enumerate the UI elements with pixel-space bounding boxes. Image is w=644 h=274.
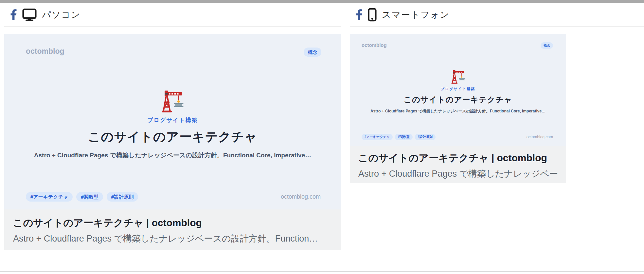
share-card-pc[interactable]: octomblog 概念 (4, 34, 341, 250)
panel-smartphone: スマートフォン octomblog 概念 (350, 3, 644, 183)
link-description: Astro + Cloudflare Pages で構築したナレッジベースの… (358, 168, 558, 180)
og-site-name: octomblog (362, 42, 387, 48)
og-tag: #関数型 (76, 192, 103, 202)
bottom-divider (0, 271, 644, 272)
link-preview-pc: このサイトのアーキテクチャ | octomblog Astro + Cloudf… (4, 209, 341, 250)
og-tag: #アーキテクチャ (26, 192, 73, 202)
og-category-label: ブログサイト構築 (147, 116, 198, 124)
desktop-monitor-icon (22, 8, 37, 21)
og-category-badge: 概念 (304, 48, 321, 57)
og-image-pc: octomblog 概念 (4, 34, 341, 209)
og-footer: #アーキテクチャ #関数型 #設計原則 octomblog.com (26, 192, 321, 202)
construction-crane-icon (161, 88, 185, 113)
panel-smartphone-title: スマートフォン (382, 9, 450, 21)
mobile-phone-icon (368, 8, 377, 22)
og-title: このサイトのアーキテクチャ (404, 94, 512, 105)
og-footer: #アーキテクチャ #関数型 #設計原則 octomblog.com (362, 134, 553, 140)
og-title: このサイトのアーキテクチャ (88, 128, 258, 145)
og-tag: #アーキテクチャ (362, 134, 393, 140)
og-category-label: ブログサイト構築 (441, 87, 475, 91)
facebook-icon (10, 9, 17, 20)
panel-smartphone-header: スマートフォン (350, 3, 644, 27)
link-title: このサイトのアーキテクチャ | octomblog (358, 151, 558, 165)
og-tag: #設計原則 (107, 192, 138, 202)
og-site-name: octomblog (26, 47, 64, 56)
og-domain: octomblog.com (281, 193, 321, 200)
og-tag: #設計原則 (415, 134, 436, 140)
og-image-smartphone: octomblog 概念 (350, 34, 566, 146)
facebook-icon (356, 9, 363, 20)
top-bar (0, 0, 644, 3)
og-tag-list: #アーキテクチャ #関数型 #設計原則 (26, 192, 138, 202)
link-preview-smartphone: このサイトのアーキテクチャ | octomblog Astro + Cloudf… (350, 146, 566, 183)
construction-crane-icon (451, 68, 466, 84)
panel-pc-title: パソコン (42, 9, 81, 21)
link-title: このサイトのアーキテクチャ | octomblog (13, 216, 332, 230)
og-tag: #関数型 (395, 134, 413, 140)
og-description: Astro + Cloudflare Pages で構築したナレッジベースの設計… (370, 108, 546, 114)
link-description: Astro + Cloudflare Pages で構築したナレッジベースの設計… (13, 233, 332, 245)
og-description: Astro + Cloudflare Pages で構築したナレッジベースの設計… (34, 151, 311, 160)
panel-pc-header: パソコン (4, 3, 341, 27)
og-tag-list: #アーキテクチャ #関数型 #設計原則 (362, 134, 436, 140)
share-card-smartphone[interactable]: octomblog 概念 (350, 34, 566, 183)
panel-pc: パソコン octomblog 概念 (4, 3, 341, 250)
og-domain: octomblog.com (527, 135, 553, 139)
og-category-badge: 概念 (541, 42, 553, 49)
